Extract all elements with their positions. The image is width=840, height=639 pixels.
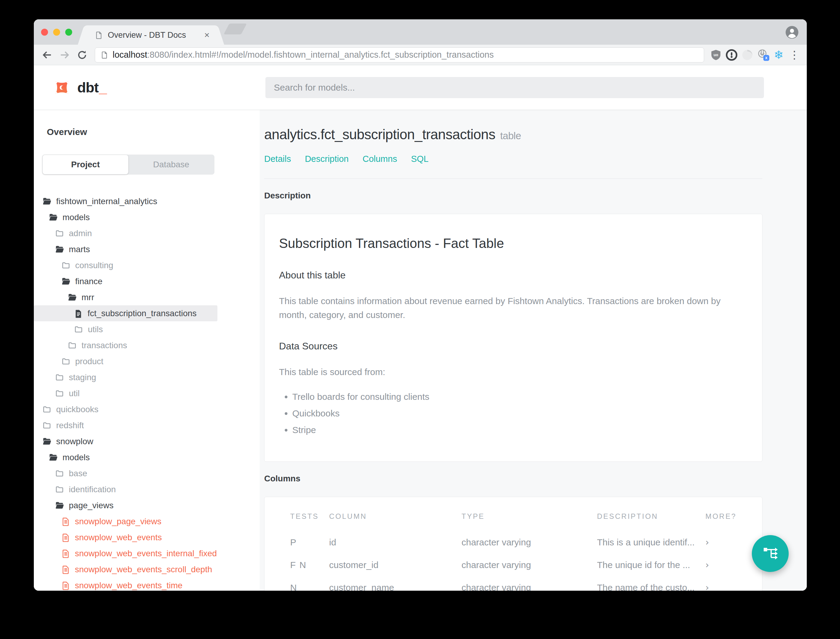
tab-project[interactable]: Project: [43, 155, 128, 174]
file-icon: [61, 533, 70, 542]
snowflake-extension-icon[interactable]: ❄: [772, 48, 786, 62]
url-bar[interactable]: localhost:8080/index.html#!/model/model.…: [95, 48, 704, 62]
page-icon: [100, 51, 108, 59]
ublock-shield-icon[interactable]: uo: [709, 48, 723, 62]
sources-list: Trello boards for consulting clientsQuic…: [279, 392, 748, 435]
url-host: localhost: [113, 50, 147, 59]
column-header-type: TYPE: [462, 512, 597, 531]
screenshot-stage: Overview - DBT Docs × loca: [0, 0, 840, 639]
minimize-window-button[interactable]: [53, 29, 60, 36]
cell-type: character varying: [462, 553, 597, 576]
onepassword-icon[interactable]: [725, 48, 738, 62]
tree-item-snowplow_page_views[interactable]: snowplow_page_views: [34, 513, 218, 529]
tree-item-label: snowplow_web_events_scroll_depth: [75, 565, 212, 574]
folder-icon: [42, 405, 52, 414]
folder-icon: [55, 229, 64, 238]
tree-item-base[interactable]: base: [34, 465, 218, 482]
tree-item-label: fishtown_internal_analytics: [56, 197, 157, 206]
columns-section-heading: Columns: [264, 474, 807, 483]
tree-item-transactions[interactable]: transactions: [34, 337, 218, 353]
back-arrow-icon[interactable]: [39, 47, 55, 63]
browser-tab[interactable]: Overview - DBT Docs ×: [84, 25, 218, 45]
expand-row-chevron-icon[interactable]: ›: [705, 531, 737, 553]
lineage-graph-icon: [762, 545, 779, 562]
profile-avatar-icon[interactable]: [785, 25, 799, 40]
tree-item-fishtown_internal_analytics[interactable]: fishtown_internal_analytics: [34, 193, 218, 209]
tree-item-label: staging: [69, 373, 96, 382]
close-window-button[interactable]: [41, 29, 48, 36]
cell-tests: F N: [290, 553, 329, 576]
browser-toolbar: localhost:8080/index.html#!/model/model.…: [34, 45, 807, 65]
tree-item-admin[interactable]: admin: [34, 225, 218, 241]
reload-icon[interactable]: [74, 47, 90, 63]
tree-item-mrr[interactable]: mrr: [34, 289, 218, 305]
tree-item-quickbooks[interactable]: quickbooks: [34, 401, 218, 417]
about-heading: About this table: [279, 270, 748, 281]
sidebar: Overview Project Database fishtown_inter…: [34, 110, 260, 591]
grey-circle-extension-icon[interactable]: [740, 48, 754, 62]
folder-icon: [42, 421, 52, 430]
tree-item-snowplow_web_events_scroll_depth[interactable]: snowplow_web_events_scroll_depth: [34, 561, 218, 577]
folder-icon: [61, 357, 71, 366]
forward-arrow-icon[interactable]: [57, 47, 73, 63]
overview-link[interactable]: Overview: [47, 127, 260, 137]
dbt-docs-app: dbt_ Overview Project Database fishtown_…: [34, 65, 807, 591]
tree-item-utils[interactable]: utils: [34, 321, 218, 337]
tab-database[interactable]: Database: [128, 155, 214, 174]
columns-card: TESTSCOLUMNTYPEDESCRIPTIONMORE? Pidchara…: [264, 497, 762, 591]
tree-item-identification[interactable]: identification: [34, 482, 218, 498]
folder-icon: [55, 485, 64, 494]
power-x-extension-icon[interactable]: x: [756, 48, 770, 62]
tree-item-label: util: [69, 389, 80, 398]
logo-text: dbt: [77, 79, 98, 95]
tree-item-snowplow_web_events_internal_fixed[interactable]: snowplow_web_events_internal_fixed: [34, 545, 218, 561]
cell-description: This is a unique identif...: [597, 531, 705, 553]
tree-item-fct_subscription_transactions[interactable]: fct_subscription_transactions: [34, 305, 218, 321]
tree-item-finance[interactable]: finance: [34, 273, 218, 289]
tree-item-redshift[interactable]: redshift: [34, 417, 218, 433]
tree-item-consulting[interactable]: consulting: [34, 257, 218, 273]
tree-item-label: admin: [69, 229, 92, 238]
description-card: Subscription Transactions - Fact Table A…: [264, 214, 762, 462]
tree-item-marts[interactable]: marts: [34, 241, 218, 257]
folder-open-icon: [55, 245, 64, 254]
tree-item-models[interactable]: models: [34, 449, 218, 465]
page-icon: [95, 31, 103, 39]
tree-item-page_views[interactable]: page_views: [34, 498, 218, 513]
page-title: analytics.fct_subscription_transactionst…: [264, 126, 807, 143]
columns-table: TESTSCOLUMNTYPEDESCRIPTIONMORE? Pidchara…: [290, 512, 737, 591]
tree-item-label: snowplow: [56, 437, 93, 446]
kebab-menu-icon[interactable]: ⋮: [788, 48, 801, 62]
expand-row-chevron-icon[interactable]: ›: [705, 576, 737, 591]
expand-row-chevron-icon[interactable]: ›: [705, 553, 737, 576]
lineage-graph-button[interactable]: [752, 535, 789, 572]
tab-description[interactable]: Description: [305, 154, 349, 164]
folder-open-icon: [42, 437, 52, 446]
tab-details[interactable]: Details: [264, 154, 291, 164]
tree-item-snowplow[interactable]: snowplow: [34, 433, 218, 449]
source-toggle: Project Database: [42, 155, 214, 175]
new-tab-button[interactable]: [224, 24, 247, 35]
search-input[interactable]: [265, 77, 764, 98]
tab-strip: Overview - DBT Docs ×: [34, 19, 807, 45]
tree-item-label: product: [75, 357, 103, 366]
tree-item-label: snowplow_page_views: [75, 517, 161, 526]
url-path: :8080/index.html#!/model/model.fishtown_…: [147, 50, 494, 59]
tab-sql[interactable]: SQL: [411, 154, 429, 164]
zoom-window-button[interactable]: [65, 29, 72, 36]
tree-item-snowplow_web_events_time[interactable]: snowplow_web_events_time: [34, 577, 218, 591]
card-title: Subscription Transactions - Fact Table: [279, 236, 748, 251]
tab-close-icon[interactable]: ×: [204, 30, 210, 40]
tree-item-util[interactable]: util: [34, 385, 218, 401]
tree-item-product[interactable]: product: [34, 353, 218, 369]
tree-item-models[interactable]: models: [34, 209, 218, 225]
file-icon: [61, 517, 70, 526]
tree-item-snowplow_web_events[interactable]: snowplow_web_events: [34, 529, 218, 545]
dbt-logo[interactable]: dbt_: [52, 78, 107, 97]
tree-item-staging[interactable]: staging: [34, 369, 218, 385]
url-text: localhost:8080/index.html#!/model/model.…: [113, 50, 494, 60]
columns-table-header: TESTSCOLUMNTYPEDESCRIPTIONMORE?: [290, 512, 737, 531]
tree-item-label: utils: [88, 324, 103, 334]
column-header-column: COLUMN: [329, 512, 462, 531]
tab-columns[interactable]: Columns: [363, 154, 397, 164]
